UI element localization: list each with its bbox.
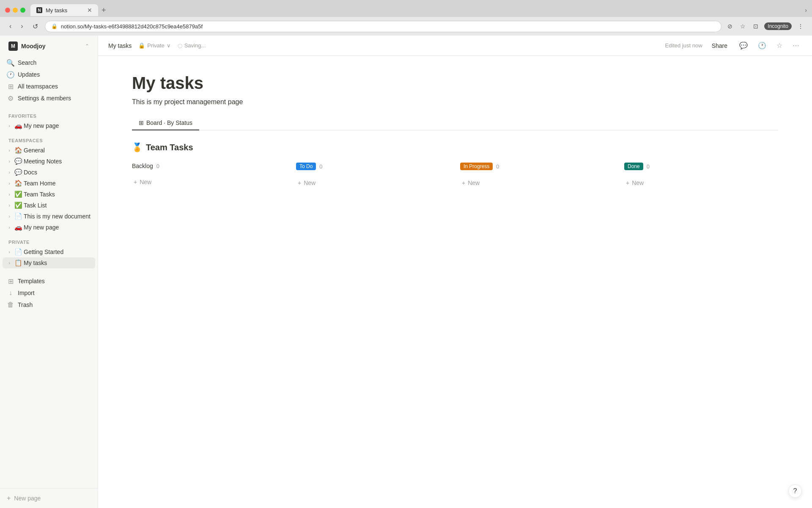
chevron-icon: › <box>6 180 13 187</box>
updates-icon-btn[interactable]: 🕐 <box>755 40 769 51</box>
tab-more-btn[interactable]: › <box>805 7 807 14</box>
teamspaces-item-my-new-page[interactable]: › 🚗 My new page <box>3 222 95 233</box>
private-item-my-tasks[interactable]: › 📋 My tasks <box>3 257 95 268</box>
settings-icon: ⚙ <box>7 94 14 102</box>
board-tab-label: Board · By Status <box>146 119 192 126</box>
tab-bar: N My tasks ✕ + › <box>0 0 812 17</box>
todo-badge: To Do <box>296 163 316 170</box>
templates-nav-item[interactable]: ⊞ Templates <box>3 275 95 287</box>
my-tasks-icon: 📋 <box>14 259 22 267</box>
search-icon: 🔍 <box>7 59 14 66</box>
page-description: This is my project management page <box>132 98 778 106</box>
reload-btn[interactable]: ↺ <box>30 21 41 32</box>
chevron-icon: › <box>6 147 13 154</box>
updates-label: Updates <box>18 71 40 78</box>
favorite-icon-btn[interactable]: ☆ <box>774 40 785 51</box>
settings-nav-item[interactable]: ⚙ Settings & members <box>3 92 95 104</box>
import-label: Import <box>18 290 35 296</box>
topbar-right: Edited just now Share 💬 🕐 ☆ ⋯ <box>665 40 802 51</box>
tab-title: My tasks <box>46 7 67 14</box>
tab-close-btn[interactable]: ✕ <box>87 7 92 14</box>
new-document-label: This is my new document <box>24 213 92 220</box>
column-backlog-header: Backlog 0 <box>132 159 286 173</box>
backlog-count: 0 <box>156 163 159 169</box>
general-icon: 🏠 <box>14 146 22 154</box>
new-tab-btn[interactable]: + <box>98 6 110 15</box>
chevron-icon: › <box>6 248 13 255</box>
new-page-btn[interactable]: + New page <box>3 492 95 505</box>
column-backlog: Backlog 0 + New <box>132 159 286 189</box>
my-new-page-icon: 🚗 <box>14 122 22 130</box>
import-nav-item[interactable]: ↓ Import <box>3 287 95 299</box>
column-done-header: Done 0 <box>624 159 778 174</box>
url-bar[interactable]: 🔒 notion.so/My-tasks-e6f34988812d420c875… <box>45 21 722 32</box>
plus-icon: + <box>134 179 137 185</box>
favorites-item-my-new-page[interactable]: › 🚗 My new page <box>3 120 95 131</box>
active-tab[interactable]: N My tasks ✕ <box>30 4 98 16</box>
group-header: 🏅 Team Tasks <box>132 142 778 152</box>
forward-btn[interactable]: › <box>18 21 25 32</box>
docs-label: Docs <box>24 169 92 176</box>
teamspaces-section-label: Teamspaces <box>3 131 95 145</box>
comment-icon-btn[interactable]: 💬 <box>737 40 750 51</box>
trash-nav-item[interactable]: 🗑 Trash <box>3 299 95 311</box>
add-new-label: New <box>468 179 480 186</box>
page-title-breadcrumb: My tasks <box>108 42 132 49</box>
chevron-icon: › <box>6 122 13 129</box>
teamspaces-item-new-document[interactable]: › 📄 This is my new document <box>3 211 95 222</box>
board-columns: Backlog 0 + New To Do 0 + <box>132 159 778 189</box>
content-area: My tasks This is my project management p… <box>98 56 812 508</box>
maximize-window-btn[interactable] <box>20 8 25 13</box>
done-add-new-btn[interactable]: + New <box>624 177 778 189</box>
add-new-label: New <box>140 179 151 185</box>
teamspaces-item-docs[interactable]: › 💬 Docs <box>3 167 95 178</box>
search-label: Search <box>18 59 36 66</box>
incognito-badge[interactable]: Incognito <box>764 22 792 30</box>
private-section-label: Private <box>3 233 95 246</box>
board-tab[interactable]: ⊞ Board · By Status <box>132 116 199 130</box>
chevron-icon: › <box>6 158 13 165</box>
teamspaces-item-general[interactable]: › 🏠 General <box>3 145 95 156</box>
search-nav-item[interactable]: 🔍 Search <box>3 57 95 69</box>
in-progress-add-new-btn[interactable]: + New <box>460 177 614 189</box>
chevron-icon: › <box>6 213 13 220</box>
teamspaces-item-meeting-notes[interactable]: › 💬 Meeting Notes <box>3 156 95 167</box>
teamspaces-item-team-tasks[interactable]: › ✅ Team Tasks <box>3 189 95 200</box>
column-todo: To Do 0 + New <box>296 159 450 189</box>
workspace-header[interactable]: M Moodjoy ⌃ <box>3 37 95 55</box>
help-btn[interactable]: ? <box>788 484 802 498</box>
column-done: Done 0 + New <box>624 159 778 189</box>
edited-label: Edited just now <box>665 42 702 49</box>
backlog-title: Backlog <box>132 163 153 169</box>
camera-off-icon[interactable]: ⊘ <box>726 21 734 31</box>
star-icon[interactable]: ☆ <box>738 21 747 31</box>
in-progress-count: 0 <box>496 163 499 170</box>
updates-nav-item[interactable]: 🕐 Updates <box>3 69 95 80</box>
page-heading: My tasks <box>132 73 778 93</box>
settings-label: Settings & members <box>18 95 71 102</box>
menu-btn[interactable]: ⋮ <box>796 21 805 31</box>
all-teamspaces-nav-item[interactable]: ⊞ All teamspaces <box>3 80 95 92</box>
bottom-nav: ⊞ Templates ↓ Import 🗑 Trash <box>3 275 95 311</box>
teamspaces-item-team-home[interactable]: › 🏠 Team Home <box>3 178 95 189</box>
minimize-window-btn[interactable] <box>13 8 18 13</box>
back-btn[interactable]: ‹ <box>7 21 14 32</box>
close-window-btn[interactable] <box>5 8 10 13</box>
teamspaces-item-task-list[interactable]: › ✅ Task List <box>3 200 95 211</box>
url-text: notion.so/My-tasks-e6f34988812d420c875c9… <box>61 23 203 30</box>
sidebar-icon[interactable]: ⊡ <box>752 21 760 31</box>
lock-icon: 🔒 <box>51 23 58 29</box>
todo-add-new-btn[interactable]: + New <box>296 177 450 189</box>
sidebar-bottom: + New page <box>0 488 98 508</box>
done-count: 0 <box>647 163 650 170</box>
add-new-label: New <box>632 179 644 186</box>
backlog-add-new-btn[interactable]: + New <box>132 176 286 188</box>
more-icon-btn[interactable]: ⋯ <box>790 40 802 51</box>
done-badge: Done <box>624 163 643 170</box>
chevron-icon: › <box>6 260 13 266</box>
private-item-getting-started[interactable]: › 📄 Getting Started <box>3 246 95 257</box>
share-btn[interactable]: Share <box>708 41 732 51</box>
saving-label: Saving... <box>184 42 206 49</box>
favorites-section-label: Favorites <box>3 107 95 120</box>
privacy-badge[interactable]: 🔒 Private ∨ <box>136 41 173 50</box>
